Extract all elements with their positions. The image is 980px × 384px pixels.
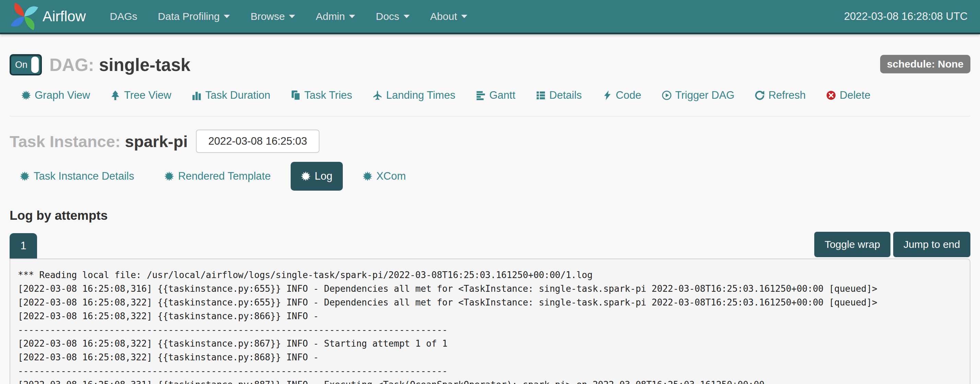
button-label: Log	[315, 170, 332, 182]
dag-header: On DAG: single-task schedule: None	[10, 54, 970, 75]
tab-details[interactable]: Details	[536, 89, 582, 102]
task-instance-header: Task Instance: spark-pi	[10, 130, 970, 153]
bar-chart-icon	[192, 90, 201, 100]
tab-delete[interactable]: Delete	[826, 89, 870, 102]
dag-name: single-task	[99, 55, 191, 75]
jump-to-end-button[interactable]: Jump to end	[893, 232, 970, 257]
log-line: [2022-03-08 16:25:08,331] {{taskinstance…	[18, 378, 962, 384]
log-line: ----------------------------------------…	[18, 323, 962, 337]
brand-name: Airflow	[43, 8, 86, 25]
airflow-brand[interactable]: Airflow	[10, 2, 86, 31]
dag-on-off-toggle[interactable]: On	[10, 54, 42, 75]
nav-item-data-profiling[interactable]: Data Profiling	[148, 0, 240, 33]
align-left-icon	[476, 90, 485, 100]
nav-item-docs[interactable]: Docs	[366, 0, 420, 33]
tab-label: Task Tries	[304, 89, 352, 102]
tab-trigger-dag[interactable]: Trigger DAG	[662, 89, 735, 102]
log-line: *** Reading local file: /usr/local/airfl…	[18, 268, 962, 282]
nav-item-label: DAGs	[110, 11, 137, 22]
attempt-tab-1[interactable]: 1	[10, 233, 37, 259]
tab-label: Graph View	[35, 89, 90, 102]
tab-landing-times[interactable]: Landing Times	[373, 89, 455, 102]
tab-graph-view[interactable]: Graph View	[21, 89, 90, 102]
log-attempt-row: 1 Toggle wrap Jump to end	[10, 232, 970, 259]
tab-label: Gantt	[489, 89, 515, 102]
dag-view-tabs: Graph View Tree View Task Duration Task …	[21, 89, 970, 102]
tab-refresh[interactable]: Refresh	[755, 89, 806, 102]
certificate-icon	[164, 171, 174, 181]
log-button[interactable]: Log	[291, 162, 343, 190]
tab-label: Details	[549, 89, 582, 102]
tab-task-tries[interactable]: Task Tries	[291, 89, 352, 102]
task-instance-title: Task Instance: spark-pi	[10, 132, 188, 151]
airflow-pinwheel-logo-icon	[10, 2, 39, 31]
tab-label: Trigger DAG	[675, 89, 735, 102]
log-line: [2022-03-08 16:25:08,322] {{taskinstance…	[18, 295, 962, 309]
nav-item-label: About	[430, 11, 457, 22]
chevron-down-icon	[349, 15, 355, 18]
nav-item-label: Docs	[376, 11, 399, 22]
bolt-icon	[603, 90, 612, 100]
section-divider	[10, 116, 970, 117]
utc-clock: 2022-03-08 16:28:08 UTC	[844, 10, 968, 23]
execution-date-input[interactable]	[196, 130, 320, 153]
tab-label: Task Duration	[205, 89, 270, 102]
list-icon	[536, 90, 546, 100]
tab-label: Refresh	[768, 89, 806, 102]
task-instance-actions: Task Instance Details Rendered Template …	[10, 162, 970, 190]
chevron-down-icon	[224, 15, 230, 18]
log-line: [2022-03-08 16:25:08,316] {{taskinstance…	[18, 282, 962, 295]
log-line: [2022-03-08 16:25:08,322] {{taskinstance…	[18, 309, 962, 323]
dag-title-prefix: DAG:	[49, 55, 94, 75]
tab-code[interactable]: Code	[603, 89, 641, 102]
chevron-down-icon	[461, 15, 467, 18]
duplicate-icon	[291, 90, 301, 100]
task-name: spark-pi	[125, 132, 188, 151]
certificate-icon	[21, 90, 31, 100]
nav-item-about[interactable]: About	[420, 0, 478, 33]
certificate-icon	[301, 171, 310, 181]
task-instance-prefix: Task Instance:	[10, 132, 121, 151]
certificate-icon	[363, 171, 372, 181]
chevron-down-icon	[289, 15, 295, 18]
tab-label: Delete	[840, 89, 870, 102]
plane-icon	[373, 90, 382, 100]
tab-label: Code	[616, 89, 641, 102]
log-by-attempts-heading: Log by attempts	[10, 208, 970, 223]
nav-item-label: Browse	[250, 11, 285, 22]
nav-item-dags[interactable]: DAGs	[100, 0, 148, 33]
refresh-icon	[755, 90, 765, 100]
log-line: ----------------------------------------…	[18, 364, 962, 378]
button-label: Rendered Template	[178, 170, 271, 182]
page-title: DAG: single-task	[49, 55, 191, 75]
button-label: Task Instance Details	[33, 170, 134, 182]
log-line: [2022-03-08 16:25:08,322] {{taskinstance…	[18, 337, 962, 351]
top-navbar: Airflow DAGs Data Profiling Browse Admin…	[0, 0, 980, 34]
nav-item-label: Admin	[316, 11, 345, 22]
chevron-down-icon	[404, 15, 410, 18]
task-instance-details-button[interactable]: Task Instance Details	[10, 162, 145, 190]
toggle-wrap-button[interactable]: Toggle wrap	[814, 232, 891, 257]
nav-item-label: Data Profiling	[158, 11, 220, 22]
play-circle-icon	[662, 90, 671, 100]
times-circle-icon	[826, 90, 836, 100]
toggle-knob	[31, 57, 39, 73]
certificate-icon	[20, 171, 30, 181]
log-line: [2022-03-08 16:25:08,322] {{taskinstance…	[18, 351, 962, 364]
rendered-template-button[interactable]: Rendered Template	[154, 162, 281, 190]
schedule-badge: schedule: None	[880, 55, 970, 73]
toggle-on-label: On	[15, 60, 27, 70]
nav-item-browse[interactable]: Browse	[240, 0, 305, 33]
tab-label: Tree View	[124, 89, 171, 102]
tab-tree-view[interactable]: Tree View	[110, 89, 171, 102]
xcom-button[interactable]: XCom	[352, 162, 416, 190]
tree-icon	[110, 90, 120, 100]
nav-item-admin[interactable]: Admin	[305, 0, 366, 33]
tab-task-duration[interactable]: Task Duration	[192, 89, 270, 102]
button-label: XCom	[376, 170, 406, 182]
log-output-panel[interactable]: *** Reading local file: /usr/local/airfl…	[10, 259, 970, 384]
tab-gantt[interactable]: Gantt	[476, 89, 515, 102]
tab-label: Landing Times	[386, 89, 455, 102]
